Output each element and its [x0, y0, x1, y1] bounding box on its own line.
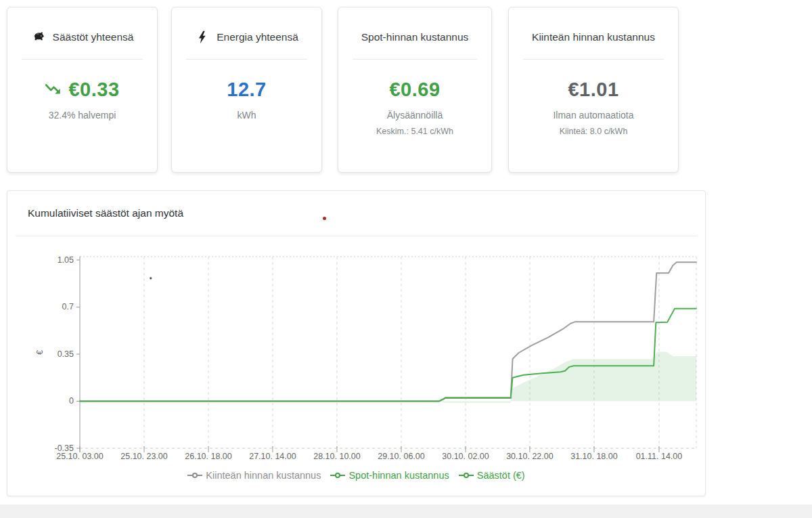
svg-text:27.10. 14.00: 27.10. 14.00 [249, 452, 296, 461]
lightning-icon [195, 30, 210, 45]
svg-text:31.10. 18.00: 31.10. 18.00 [570, 452, 618, 461]
notification-dot [323, 217, 326, 220]
card-spot-cost: Spot-hinnan kustannus €0.69 Älysäännöill… [338, 7, 492, 173]
chart-title-divider [16, 236, 697, 236]
svg-text:0.35: 0.35 [58, 349, 74, 359]
svg-text:30.10. 02.00: 30.10. 02.00 [442, 452, 489, 461]
cumulative-savings-chart: 25.10. 03.0025.10. 23.0026.10. 18.0027.1… [7, 244, 706, 468]
svg-text:01.11. 14.00: 01.11. 14.00 [636, 452, 683, 461]
card-total-energy: Energia yhteensä 12.7 kWh [171, 7, 322, 173]
piggy-bank-icon [31, 30, 46, 45]
svg-text:-0.35: -0.35 [55, 444, 74, 453]
bottom-section-divider [0, 504, 812, 518]
card-total-savings: Säästöt yhteensä €0.33 32.4% halvempi [7, 7, 158, 173]
svg-text:1.05: 1.05 [58, 255, 74, 265]
svg-text:0.7: 0.7 [62, 302, 74, 311]
cumulative-savings-panel: Kumulatiiviset säästöt ajan myötä 25.10.… [7, 190, 706, 496]
card-divider [22, 59, 143, 60]
legend-label: Spot-hinnan kustannus [348, 470, 449, 481]
spot-cost-value: €0.69 [389, 79, 440, 101]
card-fixed-cost: Kiinteän hinnan kustannus €1.01 Ilman au… [508, 7, 679, 173]
legend-marker-icon [187, 472, 202, 479]
svg-text:€: € [35, 350, 45, 355]
card-title: Spot-hinnan kustannus [361, 31, 469, 43]
svg-text:0: 0 [69, 396, 74, 406]
legend-marker-icon [459, 472, 474, 479]
svg-text:29.10. 06.00: 29.10. 06.00 [378, 452, 425, 461]
card-divider [523, 59, 664, 60]
card-title: Energia yhteensä [217, 31, 298, 43]
spot-cost-subtitle: Älysäännöillä [338, 110, 491, 121]
savings-value: €0.33 [68, 79, 119, 101]
energy-value: 12.7 [227, 79, 266, 101]
legend-marker-icon [330, 472, 345, 479]
svg-text:25.10. 03.00: 25.10. 03.00 [56, 452, 104, 461]
card-divider [186, 59, 307, 60]
fixed-cost-value: €1.01 [568, 79, 618, 101]
legend-label: Kiinteän hinnan kustannus [206, 470, 321, 481]
energy-unit: kWh [172, 110, 321, 121]
chart-legend: Kiinteän hinnan kustannusSpot-hinnan kus… [7, 470, 705, 481]
trending-down-icon [45, 82, 62, 97]
fixed-cost-rate: Kiinteä: 8.0 c/kWh [509, 127, 678, 136]
svg-text:28.10. 10.00: 28.10. 10.00 [313, 452, 361, 461]
legend-item-2[interactable]: Säästöt (€) [459, 470, 525, 481]
svg-text:25.10. 23.00: 25.10. 23.00 [120, 452, 168, 461]
savings-subtitle: 32.4% halvempi [7, 110, 157, 121]
legend-item-1[interactable]: Spot-hinnan kustannus [330, 470, 449, 481]
chart-title: Kumulatiiviset säästöt ajan myötä [28, 207, 183, 219]
spot-cost-average: Keskim.: 5.41 c/kWh [338, 127, 491, 136]
card-divider [353, 59, 477, 60]
card-title: Säästöt yhteensä [53, 31, 134, 43]
svg-text:26.10. 18.00: 26.10. 18.00 [185, 452, 232, 461]
card-title: Kiinteän hinnan kustannus [532, 31, 655, 43]
legend-item-0[interactable]: Kiinteän hinnan kustannus [187, 470, 321, 481]
svg-text:30.10. 22.00: 30.10. 22.00 [506, 452, 554, 461]
fixed-cost-subtitle: Ilman automaatiota [509, 110, 678, 121]
legend-label: Säästöt (€) [477, 470, 525, 481]
